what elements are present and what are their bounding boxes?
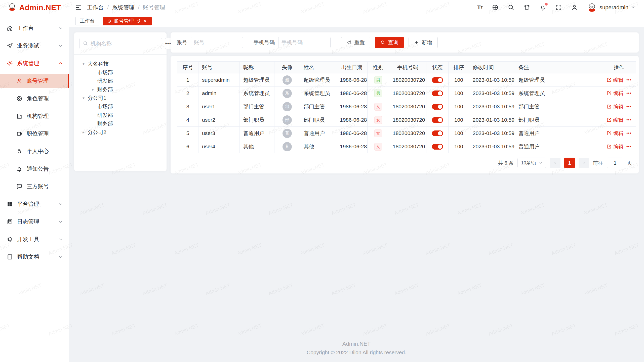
tree-node[interactable]: 财务部 <box>79 119 161 128</box>
gear-icon <box>7 60 13 67</box>
prev-page-button[interactable] <box>550 158 560 168</box>
edit-button[interactable]: 编辑 <box>607 103 623 110</box>
column-header-nickname: 昵称 <box>240 62 274 73</box>
edit-button[interactable]: 编辑 <box>607 143 623 150</box>
edit-icon <box>607 144 612 149</box>
sidebar-item-account-management[interactable]: 账号管理 <box>0 74 69 88</box>
column-header-index: 序号 <box>177 62 198 73</box>
avatar: 普 <box>283 129 292 138</box>
tree-caret-icon[interactable]: ▾ <box>79 96 88 100</box>
notification-icon[interactable] <box>539 4 546 11</box>
org-tree: ▾大名科技市场部研发部▸财务部▾分公司1市场部研发部财务部▸分公司2 <box>79 60 161 137</box>
chevron-down-icon <box>631 4 635 11</box>
tree-node[interactable]: ▸分公司2 <box>79 128 161 137</box>
gender-badge: 女 <box>374 129 382 137</box>
sidebar-item-position-management[interactable]: 职位管理 <box>0 127 69 141</box>
tree-node[interactable]: 市场部 <box>79 102 161 111</box>
column-header-order: 排序 <box>449 62 469 73</box>
status-toggle[interactable] <box>432 144 443 150</box>
page-size-select[interactable]: 10条/页 <box>517 158 546 168</box>
goto-page-input[interactable] <box>607 158 623 168</box>
row-more-button[interactable]: ••• <box>626 131 631 135</box>
tree-caret-icon[interactable]: ▸ <box>89 87 97 92</box>
status-toggle[interactable] <box>432 77 443 83</box>
org-search-box <box>79 38 162 49</box>
sidebar-item-role-management[interactable]: 角色管理 <box>0 92 69 106</box>
chevron-down-icon <box>58 237 63 242</box>
table-row: 6user4其他其其他1986-06-28女180200307201002023… <box>177 140 636 153</box>
edit-icon <box>607 131 612 136</box>
filter-bar: 账号 手机号码 重置 查询 <box>171 32 639 53</box>
status-toggle[interactable] <box>432 104 443 110</box>
search-icon[interactable] <box>508 4 514 11</box>
edit-button[interactable]: 编辑 <box>607 130 623 137</box>
sidebar-item-platform-management[interactable]: 平台管理 <box>0 197 69 211</box>
tree-node[interactable]: ▸财务部 <box>79 85 161 94</box>
collapse-menu-icon[interactable] <box>75 4 82 11</box>
avatar: 系 <box>283 89 292 98</box>
tree-node[interactable]: 市场部 <box>79 68 161 77</box>
pagination: 共 6 条 10条/页 1 前往 页 <box>177 158 632 168</box>
sidebar-menu: 工作台业务测试系统管理账号管理角色管理机构管理职位管理个人中心通知公告三方账号平… <box>0 15 69 362</box>
content: ••• ▾大名科技市场部研发部▸财务部▾分公司1市场部研发部财务部▸分公司2 账… <box>69 27 644 338</box>
table-row: 1superadmin超级管理员超超级管理员1986-06-28男1802003… <box>177 73 636 87</box>
user-icon <box>16 78 23 84</box>
row-more-button[interactable]: ••• <box>626 118 631 122</box>
profile-icon[interactable] <box>571 4 578 11</box>
tree-node[interactable]: 研发部 <box>79 77 161 85</box>
refresh-tab-icon[interactable] <box>136 19 141 23</box>
sidebar-item-help-docs[interactable]: 帮助文档 <box>0 250 69 264</box>
avatar: 其 <box>283 142 292 151</box>
theme-icon[interactable] <box>524 4 530 11</box>
org-search-input[interactable] <box>91 40 159 47</box>
app-root: Admin.NET 工作台业务测试系统管理账号管理角色管理机构管理职位管理个人中… <box>0 0 644 362</box>
sidebar-item-log-management[interactable]: 日志管理 <box>0 215 69 229</box>
tab-workbench[interactable]: 工作台 <box>75 17 99 25</box>
edit-button[interactable]: 编辑 <box>607 77 623 83</box>
sidebar-item-business-test[interactable]: 业务测试 <box>0 39 69 53</box>
row-more-button[interactable]: ••• <box>626 144 631 149</box>
tree-node[interactable]: ▾大名科技 <box>79 60 161 68</box>
sidebar-item-org-management[interactable]: 机构管理 <box>0 109 69 123</box>
edit-button[interactable]: 编辑 <box>607 90 623 97</box>
sidebar-item-workbench[interactable]: 工作台 <box>0 21 69 35</box>
tab-bar: 工作台账号管理 <box>69 15 644 27</box>
tree-caret-icon[interactable]: ▾ <box>79 62 88 66</box>
search-button[interactable]: 查询 <box>375 37 404 48</box>
row-more-button[interactable]: ••• <box>626 91 631 96</box>
tree-node[interactable]: ▾分公司1 <box>79 94 161 102</box>
chevron-down-icon <box>58 202 63 207</box>
row-more-button[interactable]: ••• <box>626 104 631 109</box>
breadcrumb-item[interactable]: 工作台 <box>87 4 104 11</box>
user-menu[interactable]: superadmin <box>587 3 635 13</box>
breadcrumb-item[interactable]: 账号管理 <box>143 4 165 11</box>
book-icon <box>7 254 13 260</box>
status-toggle[interactable] <box>432 117 443 123</box>
breadcrumb-item[interactable]: 系统管理 <box>112 4 134 11</box>
sidebar-item-system-management[interactable]: 系统管理 <box>0 56 69 70</box>
language-icon[interactable] <box>492 4 499 11</box>
tree-caret-icon[interactable]: ▸ <box>79 130 88 134</box>
divider <box>74 54 167 55</box>
row-more-button[interactable]: ••• <box>626 78 631 82</box>
sidebar-item-dev-tools[interactable]: 开发工具 <box>0 232 69 246</box>
sidebar-item-third-party-account[interactable]: 三方账号 <box>0 179 69 194</box>
edit-button[interactable]: 编辑 <box>607 117 623 123</box>
fullscreen-icon[interactable] <box>555 4 562 11</box>
page-number-button[interactable]: 1 <box>564 158 575 168</box>
status-toggle[interactable] <box>432 90 443 96</box>
plus-icon <box>414 40 419 45</box>
reset-button[interactable]: 重置 <box>341 37 370 48</box>
tab-account-management[interactable]: 账号管理 <box>103 17 152 25</box>
mascot-icon <box>8 3 17 13</box>
phone-input[interactable] <box>281 39 327 46</box>
sidebar-item-notice-announcement[interactable]: 通知公告 <box>0 162 69 176</box>
add-button[interactable]: 新增 <box>409 37 438 48</box>
font-size-icon[interactable]: TT <box>477 4 483 11</box>
status-toggle[interactable] <box>432 130 443 136</box>
tree-node[interactable]: 研发部 <box>79 111 161 119</box>
account-input[interactable] <box>194 39 240 46</box>
next-page-button[interactable] <box>579 158 589 168</box>
close-tab-icon[interactable] <box>143 19 147 23</box>
sidebar-item-profile-center[interactable]: 个人中心 <box>0 144 69 158</box>
